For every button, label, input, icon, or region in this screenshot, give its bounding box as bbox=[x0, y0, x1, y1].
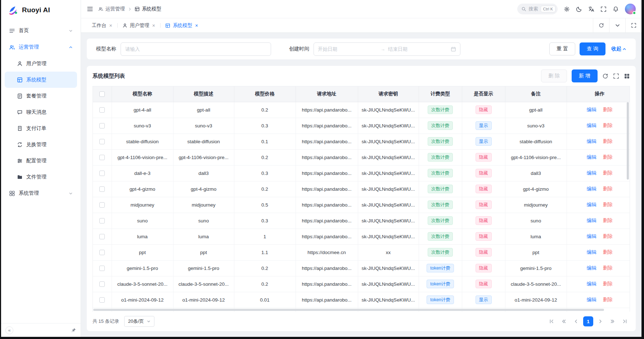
horizontal-scrollbar[interactable] bbox=[93, 308, 625, 311]
sidebar-item-home[interactable]: 首页 bbox=[5, 22, 77, 39]
cell-model-name: dall-e-3 bbox=[112, 165, 173, 181]
delete-link[interactable]: 删除 bbox=[603, 281, 613, 286]
edit-link[interactable]: 编辑 bbox=[587, 202, 596, 207]
query-button[interactable]: 查 询 bbox=[580, 42, 605, 55]
row-checkbox[interactable] bbox=[99, 202, 105, 208]
next-pages-button[interactable] bbox=[608, 316, 618, 326]
sidebar-item-exchange-management[interactable]: 兑换管理 bbox=[5, 136, 77, 153]
sidebar-collapse-button[interactable]: « bbox=[5, 326, 13, 334]
edit-link[interactable]: 编辑 bbox=[587, 218, 596, 223]
delete-link[interactable]: 删除 bbox=[603, 139, 613, 144]
edit-link[interactable]: 编辑 bbox=[587, 186, 596, 191]
sidebar-item-file-management[interactable]: 文件管理 bbox=[5, 169, 77, 185]
tab-system-model[interactable]: 系统模型 × bbox=[160, 18, 203, 32]
row-checkbox[interactable] bbox=[99, 171, 105, 176]
maximize-content-icon[interactable] bbox=[625, 18, 641, 32]
row-checkbox[interactable] bbox=[99, 155, 105, 160]
global-search[interactable]: 搜索 Ctrl K bbox=[517, 4, 558, 14]
row-checkbox[interactable] bbox=[99, 218, 105, 223]
delete-link[interactable]: 删除 bbox=[603, 170, 613, 176]
bell-icon[interactable] bbox=[613, 6, 619, 12]
create-time-range-picker[interactable]: → bbox=[314, 42, 460, 56]
menu-toggle-icon[interactable] bbox=[87, 6, 93, 12]
row-checkbox[interactable] bbox=[99, 250, 105, 255]
columns-setting-icon[interactable] bbox=[624, 73, 630, 79]
delete-link[interactable]: 删除 bbox=[603, 234, 613, 239]
delete-link[interactable]: 删除 bbox=[603, 297, 613, 302]
edit-link[interactable]: 编辑 bbox=[587, 139, 596, 144]
delete-link[interactable]: 删除 bbox=[603, 123, 613, 128]
scrollbar-thumb[interactable] bbox=[627, 102, 629, 180]
start-date-input[interactable] bbox=[318, 46, 378, 52]
row-checkbox[interactable] bbox=[99, 234, 105, 239]
first-page-button[interactable] bbox=[546, 316, 557, 326]
row-checkbox[interactable] bbox=[99, 297, 105, 303]
cell-model-desc: gpt-all bbox=[173, 102, 234, 118]
sidebar-item-config-management[interactable]: 配置管理 bbox=[5, 153, 77, 169]
delete-link[interactable]: 删除 bbox=[603, 186, 613, 191]
fullscreen-icon[interactable] bbox=[613, 73, 619, 79]
row-checkbox[interactable] bbox=[99, 139, 105, 144]
select-all-checkbox[interactable] bbox=[99, 91, 105, 97]
edit-link[interactable]: 编辑 bbox=[587, 123, 596, 128]
sidebar-item-system-model[interactable]: 系统模型 bbox=[5, 72, 77, 88]
edit-link[interactable]: 编辑 bbox=[587, 154, 596, 160]
sidebar-item-chat-messages[interactable]: 聊天消息 bbox=[5, 104, 77, 120]
pin-icon[interactable] bbox=[71, 327, 76, 333]
chevron-down-icon[interactable] bbox=[609, 18, 625, 32]
prev-pages-button[interactable] bbox=[559, 316, 569, 326]
edit-link[interactable]: 编辑 bbox=[587, 170, 596, 176]
page-size-select[interactable]: 20条/页 bbox=[124, 316, 154, 327]
fullscreen-icon[interactable] bbox=[600, 6, 607, 12]
sidebar-item-user-management[interactable]: 用户管理 bbox=[5, 55, 77, 72]
breadcrumb-operations[interactable]: 运营管理 bbox=[98, 6, 125, 12]
delete-link[interactable]: 删除 bbox=[603, 202, 613, 207]
add-button[interactable]: 新 增 bbox=[572, 69, 598, 82]
row-checkbox[interactable] bbox=[99, 186, 105, 192]
model-name-input[interactable] bbox=[121, 42, 271, 56]
edit-link[interactable]: 编辑 bbox=[587, 281, 596, 286]
table-row: ppt ppt 1.1 https://docmee.cn xx 次数计费 隐藏… bbox=[93, 244, 630, 260]
delete-link[interactable]: 删除 bbox=[603, 265, 613, 271]
last-page-button[interactable] bbox=[620, 316, 630, 326]
edit-link[interactable]: 编辑 bbox=[587, 234, 596, 239]
refresh-icon[interactable] bbox=[593, 18, 609, 32]
vertical-scrollbar[interactable] bbox=[626, 102, 629, 307]
row-checkbox[interactable] bbox=[99, 281, 105, 287]
avatar[interactable] bbox=[625, 4, 636, 14]
reset-button[interactable]: 重 置 bbox=[549, 42, 575, 55]
sidebar-item-system-management[interactable]: 系统管理 bbox=[5, 185, 77, 202]
breadcrumb-system-model[interactable]: 系统模型 bbox=[135, 6, 161, 12]
tab-workbench[interactable]: 工作台 × bbox=[87, 18, 117, 32]
close-icon[interactable]: × bbox=[195, 23, 198, 28]
end-date-input[interactable] bbox=[388, 46, 448, 52]
row-checkbox[interactable] bbox=[99, 266, 105, 271]
prev-page-button[interactable] bbox=[571, 316, 581, 326]
scrollbar-thumb[interactable] bbox=[93, 309, 604, 311]
sidebar-item-operations[interactable]: 运营管理 bbox=[5, 39, 77, 55]
delete-link[interactable]: 删除 bbox=[603, 249, 613, 255]
edit-link[interactable]: 编辑 bbox=[587, 297, 596, 302]
edit-link[interactable]: 编辑 bbox=[587, 107, 596, 112]
collapse-filter-link[interactable]: 收起 bbox=[611, 46, 626, 52]
tab-user-management[interactable]: 用户管理 × bbox=[117, 18, 160, 32]
translate-icon[interactable] bbox=[588, 6, 594, 12]
refresh-icon[interactable] bbox=[602, 73, 608, 79]
next-page-button[interactable] bbox=[595, 316, 605, 326]
delete-button[interactable]: 删 除 bbox=[541, 69, 567, 82]
page-number-1[interactable]: 1 bbox=[583, 316, 593, 326]
sidebar-item-payment-orders[interactable]: 支付订单 bbox=[5, 120, 77, 136]
edit-link[interactable]: 编辑 bbox=[587, 249, 596, 255]
row-checkbox[interactable] bbox=[99, 123, 105, 128]
close-icon[interactable]: × bbox=[152, 23, 155, 28]
edit-link[interactable]: 编辑 bbox=[587, 265, 596, 271]
dark-mode-moon-icon[interactable] bbox=[576, 6, 582, 12]
sidebar-item-package-management[interactable]: 套餐管理 bbox=[5, 88, 77, 104]
gear-icon[interactable] bbox=[564, 6, 570, 12]
close-icon[interactable]: × bbox=[109, 23, 112, 28]
delete-link[interactable]: 删除 bbox=[603, 107, 613, 112]
delete-link[interactable]: 删除 bbox=[603, 154, 613, 160]
row-checkbox[interactable] bbox=[99, 107, 105, 113]
cell-remark: gpt-4-1106-vision-pre... bbox=[505, 149, 567, 165]
delete-link[interactable]: 删除 bbox=[603, 218, 613, 223]
